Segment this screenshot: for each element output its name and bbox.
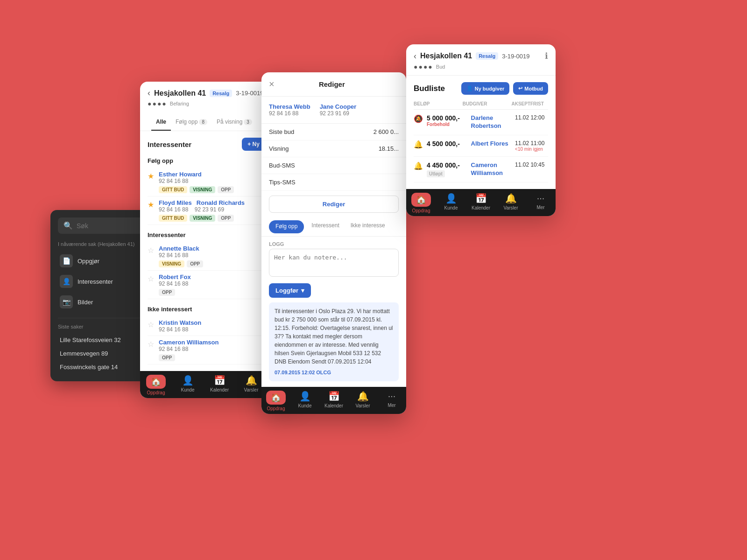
badge-opp: OPP bbox=[218, 215, 234, 222]
panel-title: Hesjakollen 41 bbox=[154, 89, 206, 98]
logg-message-text: Til interessenter i Oslo Plaza 29. Vi ha… bbox=[275, 307, 393, 366]
bell-icon: 🔕 bbox=[414, 114, 427, 123]
modal-header: × Rediger bbox=[261, 72, 406, 97]
nav-varsler[interactable]: 🔔 Varsler bbox=[348, 391, 377, 411]
badge-opp: OPP bbox=[187, 260, 203, 267]
nav-mer[interactable]: ··· Mer bbox=[526, 193, 556, 213]
nav-mer-label: Mer bbox=[536, 205, 544, 210]
info-icon[interactable]: ℹ bbox=[545, 51, 548, 61]
tab-folg-opp[interactable]: Følg opp bbox=[269, 220, 304, 233]
kalender-icon: 📅 bbox=[475, 193, 487, 204]
tab-interessent[interactable]: Interessent bbox=[306, 217, 345, 236]
nav-kalender[interactable]: 📅 Kalender bbox=[204, 375, 235, 395]
varsler-icon: 🔔 bbox=[505, 193, 517, 204]
bud-time: 11.02 12:00 bbox=[515, 114, 548, 121]
nav-kalender[interactable]: 📅 Kalender bbox=[466, 193, 496, 213]
document-icon: 📄 bbox=[60, 254, 73, 267]
tab-pa-visning[interactable]: På visning3 bbox=[212, 114, 257, 131]
modal-tabs: Følg opp Interessent Ikke interesse bbox=[261, 217, 406, 237]
modal-contact-2[interactable]: Jane Cooper 92 23 91 69 bbox=[320, 103, 357, 117]
reply-icon: ↩ bbox=[518, 85, 522, 91]
modal-row-tips-sms: Tips-SMS bbox=[261, 174, 406, 191]
modal-title: Rediger bbox=[319, 80, 345, 88]
nav-kunde[interactable]: 👤 Kunde bbox=[436, 193, 466, 213]
bud-name[interactable]: Cameron Williamson bbox=[471, 161, 515, 177]
nav-oppdrag[interactable]: 🏠 Oppdrag bbox=[406, 193, 436, 213]
nav-oppdrag[interactable]: 🏠 Oppdrag bbox=[140, 375, 172, 395]
motbud-button[interactable]: ↩ Motbud bbox=[513, 82, 548, 95]
loggfor-button[interactable]: Loggfør ▾ bbox=[269, 283, 311, 298]
tab-ikke-interesse[interactable]: Ikke interesse bbox=[345, 217, 391, 236]
bud-entry-3[interactable]: 🔔 4 450 000,- Utløpt Cameron Williamson … bbox=[414, 157, 548, 182]
bud-amount: 4 500 000,- bbox=[427, 140, 471, 147]
bud-badge: Resalg bbox=[476, 52, 498, 60]
bud-id: 3-19-0019 bbox=[502, 53, 529, 60]
star-empty-icon: ☆ bbox=[148, 320, 154, 329]
badge-gitt-bud: GITT BUD bbox=[159, 186, 187, 193]
contact-name[interactable]: Cameron Williamson bbox=[159, 339, 218, 346]
contact-name-ronald[interactable]: Ronald Richards bbox=[197, 199, 245, 206]
nav-varsler[interactable]: 🔔 Varsler bbox=[496, 193, 526, 213]
mer-icon: ··· bbox=[388, 391, 396, 401]
dot-menu[interactable]: ●●●● bbox=[148, 100, 167, 107]
modal-contacts: Theresa Webb 92 84 16 88 Jane Cooper 92 … bbox=[261, 97, 406, 124]
nav-kunde[interactable]: 👤 Kunde bbox=[172, 375, 204, 395]
modal-bottom-nav: 🏠 Oppdrag 👤 Kunde 📅 Kalender 🔔 Varsler ·… bbox=[261, 387, 406, 414]
bud-time-secondary: <10 min igjen bbox=[515, 147, 548, 152]
modal-contact-1[interactable]: Theresa Webb 92 84 16 88 bbox=[269, 103, 310, 117]
bud-amount: 5 000 000,- bbox=[427, 114, 471, 122]
nav-oppdrag[interactable]: 🏠 Oppdrag bbox=[261, 391, 290, 411]
nav-oppdrag-label: Oppdrag bbox=[412, 208, 430, 213]
nav-oppdrag-label: Oppdrag bbox=[267, 406, 285, 411]
tab-folg-opp[interactable]: Følg opp8 bbox=[171, 114, 212, 131]
tab-alle[interactable]: Alle bbox=[151, 114, 171, 131]
modal-close-button[interactable]: × bbox=[269, 79, 275, 90]
sub-label: Befaring bbox=[170, 101, 189, 106]
contact-name[interactable]: Kristin Watson bbox=[159, 319, 201, 326]
person-plus-icon: 👤 bbox=[466, 85, 473, 91]
col-akseptfrist: AKSEPTFRIST bbox=[511, 101, 548, 106]
nav-mer-label: Mer bbox=[388, 403, 395, 408]
logg-message: Til interessenter i Oslo Plaza 29. Vi ha… bbox=[269, 302, 399, 381]
nav-varsler-label: Varsler bbox=[504, 205, 518, 210]
bud-name[interactable]: Albert Flores bbox=[471, 140, 515, 148]
oppdrag-icon: 🏠 bbox=[416, 195, 426, 205]
varsler-icon: 🔔 bbox=[357, 391, 369, 402]
contact-name[interactable]: Annette Black bbox=[159, 245, 199, 252]
row-label: Bud-SMS bbox=[269, 162, 295, 169]
col-budgiver: BUDGIVER bbox=[463, 101, 512, 106]
bud-status: Forbehold bbox=[427, 122, 471, 127]
oppdrag-icon: 🏠 bbox=[271, 392, 281, 403]
back-button[interactable]: ‹ bbox=[148, 88, 150, 98]
rediger-button[interactable]: Rediger bbox=[269, 196, 399, 213]
badge-gitt-bud: GITT BUD bbox=[159, 215, 187, 222]
bud-entry-1[interactable]: 🔕 5 000 000,- Forbehold Darlene Robertso… bbox=[414, 110, 548, 135]
contact-name-theresa: Theresa Webb bbox=[269, 103, 310, 110]
bud-content: Budliste 👤 Ny budgiver ↩ Motbud BELØP BU… bbox=[406, 76, 556, 189]
back-button[interactable]: ‹ bbox=[414, 51, 416, 61]
bud-sub-label: Bud bbox=[436, 64, 445, 70]
dot-menu[interactable]: ●●●● bbox=[414, 63, 433, 70]
bud-amount: 4 450 000,- bbox=[427, 161, 471, 169]
logg-textarea[interactable] bbox=[269, 249, 399, 277]
contact-name-floyd[interactable]: Floyd Miles bbox=[159, 199, 192, 206]
contact-phone-theresa: 92 84 16 88 bbox=[269, 110, 310, 117]
col-belop: BELØP bbox=[414, 101, 463, 106]
bud-bottom-nav: 🏠 Oppdrag 👤 Kunde 📅 Kalender 🔔 Varsler ·… bbox=[406, 189, 556, 216]
camera-icon: 📷 bbox=[60, 295, 73, 308]
contact-name[interactable]: Robert Fox bbox=[159, 273, 191, 280]
nav-kunde-label: Kunde bbox=[298, 403, 312, 408]
bud-entry-2[interactable]: 🔔 4 500 000,- Albert Flores 11.02 11:00 … bbox=[414, 135, 548, 157]
nav-kalender[interactable]: 📅 Kalender bbox=[319, 391, 348, 411]
nav-kunde[interactable]: 👤 Kunde bbox=[290, 391, 319, 411]
nav-mer[interactable]: ··· Mer bbox=[377, 391, 406, 411]
bud-buttons: 👤 Ny budgiver ↩ Motbud bbox=[461, 82, 548, 95]
bud-header: ‹ Hesjakollen 41 Resalg 3-19-0019 ℹ ●●●●… bbox=[406, 44, 556, 76]
badge-opp: OPP bbox=[159, 354, 175, 361]
bud-name[interactable]: Darlene Robertson bbox=[471, 114, 515, 130]
contact-name[interactable]: Esther Howard bbox=[159, 171, 202, 178]
nav-kunde-label: Kunde bbox=[444, 205, 458, 210]
badge-opp: OPP bbox=[218, 186, 234, 193]
star-empty-icon: ☆ bbox=[148, 274, 154, 283]
ny-budgiver-button[interactable]: 👤 Ny budgiver bbox=[461, 82, 510, 95]
